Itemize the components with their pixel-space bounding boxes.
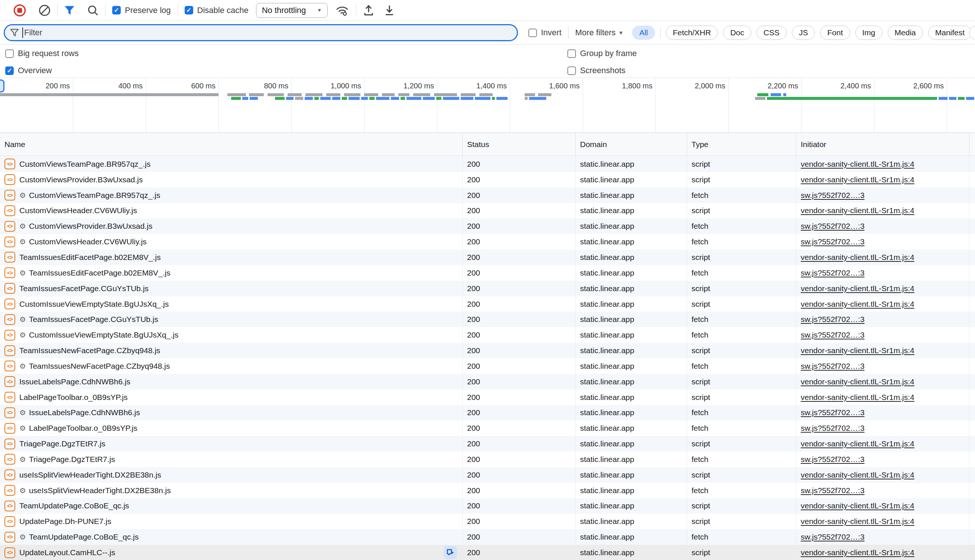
column-header-type[interactable]: Type <box>687 133 796 156</box>
initiator-link[interactable]: sw.js?552f702…:3 <box>801 191 865 200</box>
filter-input[interactable]: Filter <box>4 24 518 41</box>
name-cell[interactable]: <>CustomViewsProvider.B3wUxsad.js <box>0 172 462 188</box>
initiator-link[interactable]: sw.js?552f702…:3 <box>801 268 865 277</box>
name-cell[interactable]: <>⚙CustomViewsHeader.CV6WUliy.js <box>0 234 462 250</box>
table-row[interactable]: <>⚙IssueLabelsPage.CdhNWBh6.js200static.… <box>0 405 975 421</box>
column-header-status[interactable]: Status <box>462 133 575 156</box>
table-row[interactable]: <>CustomViewsProvider.B3wUxsad.js200stat… <box>0 172 975 188</box>
preserve-log-checkbox[interactable]: ✓ Preserve log <box>112 5 171 15</box>
name-cell[interactable]: <>⚙TeamIssuesEditFacetPage.b02EM8V_.js <box>0 265 462 281</box>
table-row[interactable]: <>⚙TeamUpdatePage.CoBoE_qc.js200static.l… <box>0 529 975 545</box>
initiator-link[interactable]: sw.js?552f702…:3 <box>801 408 865 417</box>
name-cell[interactable]: <>⚙useIsSplitViewHeaderTight.DX2BE38n.js <box>0 483 462 498</box>
filter-chip-doc[interactable]: Doc <box>723 26 751 40</box>
search-button[interactable] <box>87 5 99 16</box>
name-cell[interactable]: <>⚙TeamIssuesFacetPage.CGuYsTUb.js <box>0 312 462 327</box>
name-cell[interactable]: <>⚙CustomViewsTeamPage.BR957qz_.js <box>0 188 462 203</box>
name-cell[interactable]: <>⚙TriagePage.DgzTEtR7.js <box>0 452 462 467</box>
checkbox-box[interactable]: ✓ <box>568 49 576 58</box>
initiator-link[interactable]: vendor-sanity-client.tlL-Sr1m.js:4 <box>801 439 915 448</box>
checkbox-box[interactable]: ✓ <box>5 49 14 58</box>
group-by-frame-checkbox[interactable]: ✓ Group by frame <box>568 48 637 58</box>
filter-toggle-button[interactable] <box>64 5 75 15</box>
filter-chip-fetch-xhr[interactable]: Fetch/XHR <box>666 26 718 40</box>
checkbox-box[interactable]: ✓ <box>568 67 576 75</box>
name-cell[interactable]: <>UpdateLayout.CamHLC--.js <box>0 545 462 560</box>
initiator-link[interactable]: sw.js?552f702…:3 <box>801 486 865 495</box>
screenshots-checkbox[interactable]: ✓ Screenshots <box>568 66 625 75</box>
ask-ai-button[interactable] <box>444 546 457 559</box>
big-request-rows-checkbox[interactable]: ✓ Big request rows <box>5 48 79 58</box>
initiator-link[interactable]: vendor-sanity-client.tlL-Sr1m.js:4 <box>801 377 915 386</box>
filter-chip-img[interactable]: Img <box>855 26 883 40</box>
initiator-link[interactable]: vendor-sanity-client.tlL-Sr1m.js:4 <box>801 393 915 402</box>
import-har-icon[interactable] <box>363 5 374 16</box>
checkbox-box[interactable]: ✓ <box>5 67 14 75</box>
initiator-link[interactable]: vendor-sanity-client.tlL-Sr1m.js:4 <box>801 548 915 557</box>
table-row[interactable]: <>CustomViewsTeamPage.BR957qz_.js200stat… <box>0 156 975 172</box>
table-row[interactable]: <>CustomViewsHeader.CV6WUliy.js200static… <box>0 203 975 219</box>
table-row[interactable]: <>TeamIssuesFacetPage.CGuYsTUb.js200stat… <box>0 281 975 296</box>
name-cell[interactable]: <>TeamIssuesNewFacetPage.CZbyq948.js <box>0 343 462 358</box>
more-filters-button[interactable]: More filters ▾ <box>575 28 623 38</box>
name-cell[interactable]: <>⚙TeamUpdatePage.CoBoE_qc.js <box>0 529 462 545</box>
table-row[interactable]: <>TeamIssuesNewFacetPage.CZbyq948.js200s… <box>0 343 975 358</box>
name-cell[interactable]: <>TeamIssuesFacetPage.CGuYsTUb.js <box>0 281 462 296</box>
table-row[interactable]: <>CustomIssueViewEmptyState.BgUJsXq_.js2… <box>0 296 975 312</box>
name-cell[interactable]: <>⚙CustomViewsProvider.B3wUxsad.js <box>0 218 462 234</box>
name-cell[interactable]: <>TeamIssuesEditFacetPage.b02EM8V_.js <box>0 250 462 265</box>
table-row[interactable]: <>⚙TriagePage.DgzTEtR7.js200static.linea… <box>0 452 975 467</box>
disable-cache-checkbox[interactable]: ✓ Disable cache <box>185 5 249 15</box>
table-row[interactable]: <>UpdateLayout.CamHLC--.js200static.line… <box>0 545 975 560</box>
record-button[interactable] <box>13 4 26 17</box>
table-row[interactable]: <>TeamIssuesEditFacetPage.b02EM8V_.js200… <box>0 250 975 265</box>
checkbox-box[interactable]: ✓ <box>528 28 537 37</box>
name-cell[interactable]: <>⚙CustomIssueViewEmptyState.BgUJsXq_.js <box>0 327 462 343</box>
export-har-icon[interactable] <box>384 5 395 16</box>
table-row[interactable]: <>useIsSplitViewHeaderTight.DX2BE38n.js2… <box>0 467 975 483</box>
initiator-link[interactable]: vendor-sanity-client.tlL-Sr1m.js:4 <box>801 346 915 355</box>
name-cell[interactable]: <>TeamUpdatePage.CoBoE_qc.js <box>0 498 462 514</box>
name-cell[interactable]: <>CustomViewsTeamPage.BR957qz_.js <box>0 156 462 172</box>
initiator-link[interactable]: sw.js?552f702…:3 <box>801 315 865 324</box>
name-cell[interactable]: <>⚙TeamIssuesNewFacetPage.CZbyq948.js <box>0 358 462 374</box>
filter-chip-media[interactable]: Media <box>888 26 923 40</box>
table-row[interactable]: <>IssueLabelsPage.CdhNWBh6.js200static.l… <box>0 374 975 390</box>
table-row[interactable]: <>TriagePage.DgzTEtR7.js200static.linear… <box>0 436 975 452</box>
name-cell[interactable]: <>⚙LabelPageToolbar.o_0B9sYP.js <box>0 420 462 436</box>
filter-chip-css[interactable]: CSS <box>756 26 786 40</box>
table-row[interactable]: <>TeamUpdatePage.CoBoE_qc.js200static.li… <box>0 498 975 514</box>
initiator-link[interactable]: vendor-sanity-client.tlL-Sr1m.js:4 <box>801 160 915 168</box>
initiator-link[interactable]: sw.js?552f702…:3 <box>801 533 865 542</box>
table-row[interactable]: <>⚙CustomIssueViewEmptyState.BgUJsXq_.js… <box>0 327 975 343</box>
name-cell[interactable]: <>UpdatePage.Dh-PUNE7.js <box>0 513 462 529</box>
table-row[interactable]: <>LabelPageToolbar.o_0B9sYP.js200static.… <box>0 390 975 405</box>
filter-chip-font[interactable]: Font <box>820 26 850 40</box>
table-row[interactable]: <>⚙CustomViewsTeamPage.BR957qz_.js200sta… <box>0 188 975 203</box>
table-row[interactable]: <>⚙TeamIssuesFacetPage.CGuYsTUb.js200sta… <box>0 312 975 327</box>
column-header-name[interactable]: Name <box>0 133 462 156</box>
name-cell[interactable]: <>IssueLabelsPage.CdhNWBh6.js <box>0 374 462 390</box>
checkbox-box[interactable]: ✓ <box>112 6 121 15</box>
column-header-initiator[interactable]: Initiator <box>796 133 969 156</box>
clear-button[interactable] <box>38 5 50 16</box>
name-cell[interactable]: <>TriagePage.DgzTEtR7.js <box>0 436 462 452</box>
initiator-link[interactable]: vendor-sanity-client.tlL-Sr1m.js:4 <box>801 517 915 526</box>
initiator-link[interactable]: vendor-sanity-client.tlL-Sr1m.js:4 <box>801 300 915 308</box>
initiator-link[interactable]: sw.js?552f702…:3 <box>801 362 865 371</box>
network-conditions-button[interactable] <box>335 4 349 17</box>
throttling-dropdown[interactable]: No throttling ▼ <box>256 3 328 18</box>
initiator-link[interactable]: sw.js?552f702…:3 <box>801 222 865 231</box>
initiator-link[interactable]: vendor-sanity-client.tlL-Sr1m.js:4 <box>801 470 915 479</box>
table-row[interactable]: <>⚙TeamIssuesEditFacetPage.b02EM8V_.js20… <box>0 265 975 281</box>
table-row[interactable]: <>⚙useIsSplitViewHeaderTight.DX2BE38n.js… <box>0 483 975 498</box>
name-cell[interactable]: <>CustomViewsHeader.CV6WUliy.js <box>0 203 462 219</box>
initiator-link[interactable]: sw.js?552f702…:3 <box>801 330 865 339</box>
filter-chip-js[interactable]: JS <box>792 26 815 40</box>
initiator-link[interactable]: vendor-sanity-client.tlL-Sr1m.js:4 <box>801 175 915 184</box>
network-overview-timeline[interactable]: 200 ms400 ms600 ms800 ms1,000 ms1,200 ms… <box>0 78 975 133</box>
table-row[interactable]: <>⚙CustomViewsProvider.B3wUxsad.js200sta… <box>0 218 975 234</box>
filter-chip-all[interactable]: All <box>632 26 655 40</box>
name-cell[interactable]: <>useIsSplitViewHeaderTight.DX2BE38n.js <box>0 467 462 483</box>
table-row[interactable]: <>UpdatePage.Dh-PUNE7.js200static.linear… <box>0 513 975 529</box>
